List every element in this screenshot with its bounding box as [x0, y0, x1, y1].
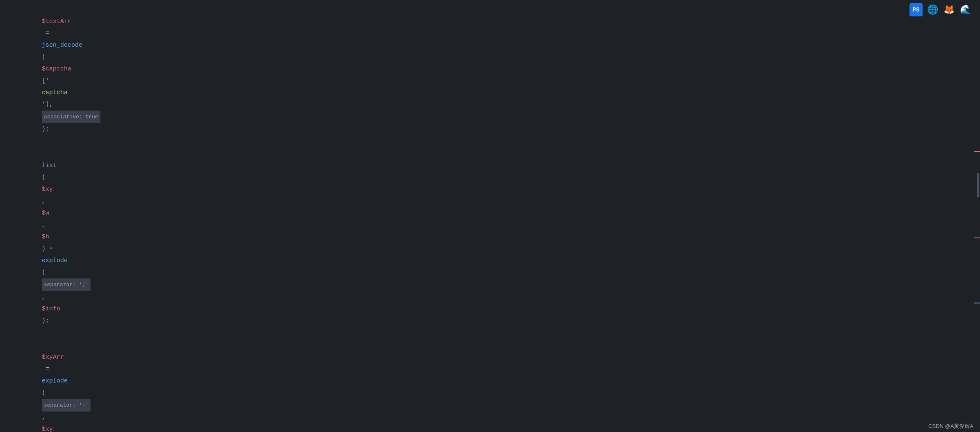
code-editor: PS 🌐 🦊 🌊 $textArr = json_decode ( $captc…: [0, 0, 980, 432]
scrollbar-tick-1: [974, 151, 980, 152]
edge-icon[interactable]: 🌊: [959, 3, 972, 16]
scrollbar-thumb[interactable]: [977, 173, 979, 197]
code-line-2: list ( $xy , $w , $h ) = explode ( separ…: [0, 147, 980, 339]
top-right-icons: PS 🌐 🦊 🌊: [910, 3, 972, 16]
scrollbar-tick-3: [974, 303, 980, 303]
firefox-icon[interactable]: 🦊: [942, 3, 955, 16]
chrome-icon[interactable]: 🌐: [926, 3, 939, 16]
code-line-1: $textArr = json_decode ( $captcha [' cap…: [0, 3, 980, 147]
footer-attribution: CSDN @A黄俊辉A: [857, 421, 980, 432]
code-line-3: $xyArr = explode ( separator: '-' , $xy …: [0, 339, 980, 432]
scrollbar-tick-2: [974, 237, 980, 238]
vertical-scrollbar[interactable]: [974, 0, 980, 432]
phpstorm-icon[interactable]: PS: [910, 3, 923, 16]
